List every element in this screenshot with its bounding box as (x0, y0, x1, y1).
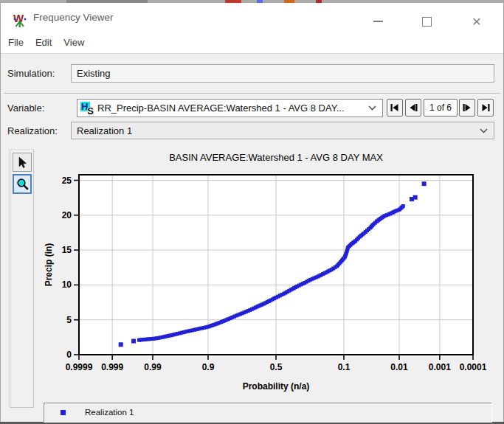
next-record-icon (462, 103, 472, 112)
previous-record-button[interactable] (405, 99, 421, 117)
realization-selected-value: Realization 1 (72, 125, 480, 136)
minimize-button[interactable] (363, 12, 393, 31)
menu-view[interactable]: View (58, 32, 90, 53)
zoom-tool-button[interactable] (13, 174, 32, 194)
window-title: Frequency Viewer (33, 3, 114, 32)
svg-text:15: 15 (62, 245, 72, 255)
close-icon: × (472, 14, 481, 29)
close-button[interactable]: × (462, 12, 491, 31)
next-record-button[interactable] (459, 99, 475, 117)
pointer-tool-button[interactable] (13, 153, 32, 172)
svg-text:0.99: 0.99 (144, 362, 162, 372)
svg-text:10: 10 (62, 279, 72, 290)
chart-tool-strip (10, 149, 34, 408)
chart-legend: Realization 1 (44, 403, 492, 423)
svg-text:0.9: 0.9 (202, 362, 215, 372)
maximize-button[interactable] (412, 12, 441, 31)
svg-text:5: 5 (66, 315, 72, 325)
separator-line (4, 93, 500, 94)
svg-text:25: 25 (62, 175, 72, 186)
legend-marker-swatch (61, 410, 66, 415)
menu-edit[interactable]: Edit (30, 32, 58, 53)
svg-text:0.001: 0.001 (429, 362, 451, 372)
legend-entry: Realization 1 (85, 403, 134, 422)
menu-bar: FileEditView (1, 32, 503, 54)
variable-combobox[interactable]: HS RR_Precip-BASIN AVERAGE:Watershed 1 -… (77, 99, 383, 117)
svg-text:0.5: 0.5 (270, 362, 283, 372)
chevron-down-icon (480, 128, 488, 133)
svg-text:Probability (n/a): Probability (n/a) (243, 381, 310, 392)
frequency-plot: 0.99990.9990.990.90.50.10.010.0010.00010… (34, 147, 503, 402)
minimize-icon (373, 21, 383, 22)
last-record-icon (480, 103, 491, 112)
maximize-icon (422, 17, 432, 27)
hec-dss-record-icon: HS (80, 102, 94, 115)
record-position-indicator[interactable]: 1 of 6 (424, 99, 458, 117)
variable-label: Variable: (7, 99, 44, 117)
app-icon: W (12, 13, 28, 29)
frequency-viewer-window: W Frequency Viewer × FileEditView Simula… (0, 0, 504, 424)
svg-text:0.999: 0.999 (101, 362, 123, 372)
svg-text:0: 0 (66, 350, 72, 360)
simulation-field[interactable]: Existing (71, 64, 494, 83)
first-record-icon (390, 103, 400, 112)
chevron-down-icon (368, 105, 376, 111)
first-record-button[interactable] (387, 99, 403, 117)
menu-file[interactable]: File (2, 32, 30, 53)
variable-selected-value: RR_Precip-BASIN AVERAGE:Watershed 1 - AV… (97, 102, 368, 114)
window-border-left (0, 3, 1, 424)
svg-text:BASIN AVERAGE:Watershed 1 - AV: BASIN AVERAGE:Watershed 1 - AVG 8 DAY MA… (169, 152, 383, 163)
last-record-button[interactable] (477, 99, 494, 117)
svg-text:Precip (in): Precip (in) (44, 243, 54, 287)
svg-text:0.0001: 0.0001 (460, 362, 487, 372)
simulation-label: Simulation: (7, 64, 55, 83)
svg-text:20: 20 (62, 210, 72, 220)
svg-text:0.9999: 0.9999 (66, 362, 93, 372)
realization-combobox[interactable]: Realization 1 (71, 122, 494, 139)
previous-record-icon (408, 103, 418, 112)
chart-canvas[interactable]: 0.99990.9990.990.90.50.10.010.0010.00010… (34, 147, 503, 402)
title-bar: W Frequency Viewer × (1, 3, 503, 32)
realization-label: Realization: (7, 122, 58, 140)
magnifier-icon (16, 178, 29, 190)
svg-text:0.01: 0.01 (390, 362, 408, 372)
svg-text:0.1: 0.1 (338, 362, 351, 372)
pointer-cursor-icon (18, 156, 27, 169)
